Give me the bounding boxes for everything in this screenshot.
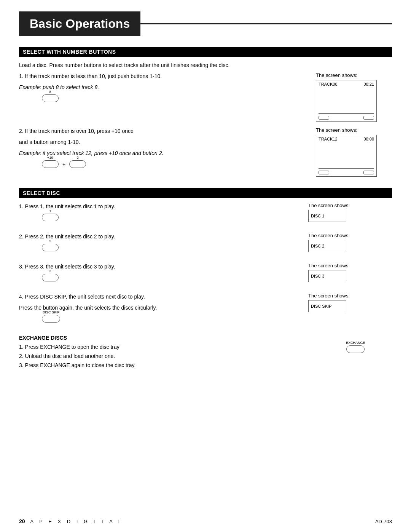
section-number-buttons: SELECT WITH NUMBER BUTTONS Load a disc. …: [19, 47, 392, 177]
exchange-right: EXCHANGE: [346, 334, 392, 353]
item2-right: The screen shows: TRACK12 00:00: [316, 127, 392, 177]
section1-item2: 2. If the track number is over 10, press…: [19, 127, 392, 177]
section1-item1: 1. If the track number is less than 10, …: [19, 72, 392, 122]
disc4-text1: 4. Press DISC SKIP, the unit selects nex…: [19, 293, 308, 301]
disc2-text-display: DISC 2: [311, 244, 324, 248]
disc4-text-display: DISC SKIP: [311, 304, 331, 308]
plus-sign: +: [62, 161, 65, 167]
disc2-screen: DISC 2: [308, 240, 346, 252]
button-2: 2: [69, 160, 86, 168]
page-header: Basic Operations: [19, 11, 392, 36]
footer-brand: A P E X D I G I T A L: [30, 519, 124, 524]
item2-button-row: +10 + 2: [42, 160, 308, 168]
item2-text2: and a button among 1-10.: [19, 138, 308, 146]
exchange-item1: 1. Press EXCHANGE to open the disc tray: [19, 343, 335, 351]
exchange-item2: 2. Unload the disc and load another one.: [19, 352, 335, 360]
disc3-screen-label: The screen shows:: [308, 263, 392, 268]
disc1-text-display: DISC 1: [311, 214, 324, 218]
page-number: 20: [19, 518, 25, 524]
header-line: [140, 23, 392, 24]
disc3-right: The screen shows: DISC 3: [308, 263, 392, 282]
button-disc3: 3: [42, 274, 59, 281]
disc4-screen-label: The screen shows:: [308, 293, 392, 299]
button-8: 8: [42, 94, 59, 102]
disc4-left: 4. Press DISC SKIP, the unit selects nex…: [19, 293, 308, 327]
disc-item4: 4. Press DISC SKIP, the unit selects nex…: [19, 293, 392, 327]
item2-left: 2. If the track number is over 10, press…: [19, 127, 308, 173]
disc-item1: 1. Press 1, the unit selects disc 1 to p…: [19, 203, 392, 226]
disc1-screen: DISC 1: [308, 210, 346, 222]
disc4-button-row: DISC SKIP: [42, 315, 308, 323]
section1-intro: Load a disc. Press number buttons to sel…: [19, 61, 392, 69]
button-disc-skip: DISC SKIP: [42, 315, 60, 323]
disc3-left: 3. Press 3, the unit selects disc 3 to p…: [19, 263, 308, 286]
item1-screen-top: TRACK08 00:21: [316, 80, 376, 88]
page-title: Basic Operations: [30, 17, 130, 30]
item1-text: 1. If the track number is less than 10, …: [19, 72, 308, 80]
item1-button-row: 8: [42, 94, 308, 102]
disc1-button-row: 1: [42, 214, 308, 221]
page-footer: 20 A P E X D I G I T A L AD-703: [19, 518, 392, 524]
item1-track: TRACK08: [319, 82, 338, 86]
disc2-button-row: 2: [42, 244, 308, 251]
screen-btn-right: [363, 116, 374, 120]
screen-btn2-left: [319, 171, 329, 174]
disc3-button-row: 3: [42, 274, 308, 281]
screen-btn2-right: [363, 171, 374, 174]
item1-screen-line: [319, 113, 374, 114]
item2-time: 00:00: [363, 137, 374, 141]
item1-screen-bottom: [319, 116, 374, 120]
item1-screen: TRACK08 00:21: [316, 80, 377, 122]
item2-screen-top: TRACK12 00:00: [316, 135, 376, 143]
item2-text1: 2. If the track number is over 10, press…: [19, 127, 308, 135]
exchange-row: EXCHANGE DISCS 1. Press EXCHANGE to open…: [19, 334, 392, 371]
disc1-screen-label: The screen shows:: [308, 203, 392, 208]
disc2-screen-label: The screen shows:: [308, 233, 392, 238]
item1-screen-label: The screen shows:: [316, 72, 392, 78]
disc1-left: 1. Press 1, the unit selects disc 1 to p…: [19, 203, 308, 226]
item1-right: The screen shows: TRACK08 00:21: [316, 72, 392, 122]
disc3-screen: DISC 3: [308, 270, 346, 282]
item2-screen-label: The screen shows:: [316, 127, 392, 133]
disc2-right: The screen shows: DISC 2: [308, 233, 392, 252]
exchange-title: EXCHANGE DISCS: [19, 335, 67, 341]
disc4-screen: DISC SKIP: [308, 300, 346, 312]
button-exchange: EXCHANGE: [346, 345, 365, 353]
disc1-text: 1. Press 1, the unit selects disc 1 to p…: [19, 203, 308, 211]
item1-example: Example: push 8 to select track 8.: [19, 83, 308, 91]
section-select-disc: SELECT DISC 1. Press 1, the unit selects…: [19, 188, 392, 371]
exchange-item3: 3. Press EXCHANGE again to close the dis…: [19, 361, 335, 369]
disc3-text: 3. Press 3, the unit selects disc 3 to p…: [19, 263, 308, 271]
exchange-left: EXCHANGE DISCS 1. Press EXCHANGE to open…: [19, 334, 335, 371]
title-block: Basic Operations: [19, 11, 140, 36]
exchange-section: EXCHANGE DISCS 1. Press EXCHANGE to open…: [19, 334, 392, 371]
section1-header: SELECT WITH NUMBER BUTTONS: [19, 47, 392, 57]
page: Basic Operations SELECT WITH NUMBER BUTT…: [0, 0, 411, 532]
item2-screen-bottom: [319, 171, 374, 174]
disc3-text-display: DISC 3: [311, 274, 324, 278]
disc1-right: The screen shows: DISC 1: [308, 203, 392, 222]
disc4-text2: Press the button again, the unit selects…: [19, 304, 308, 312]
button-disc1: 1: [42, 214, 59, 221]
button-disc2: 2: [42, 244, 59, 251]
footer-left: 20 A P E X D I G I T A L: [19, 518, 123, 524]
disc-item2: 2. Press 2, the unit selects disc 2 to p…: [19, 233, 392, 256]
button-plus10: +10: [42, 160, 59, 168]
disc4-right: The screen shows: DISC SKIP: [308, 293, 392, 312]
item2-screen-line: [319, 168, 374, 169]
item2-example: Example: if you select track 12, press +…: [19, 149, 308, 157]
item1-time: 00:21: [363, 82, 374, 86]
item1-left: 1. If the track number is less than 10, …: [19, 72, 308, 107]
disc2-left: 2. Press 2, the unit selects disc 2 to p…: [19, 233, 308, 256]
disc-item3: 3. Press 3, the unit selects disc 3 to p…: [19, 263, 392, 286]
screen-btn-left: [319, 116, 329, 120]
item2-track: TRACK12: [319, 137, 338, 141]
section2-header: SELECT DISC: [19, 188, 392, 198]
footer-model: AD-703: [375, 519, 392, 524]
item2-screen: TRACK12 00:00: [316, 135, 377, 177]
disc2-text: 2. Press 2, the unit selects disc 2 to p…: [19, 233, 308, 241]
